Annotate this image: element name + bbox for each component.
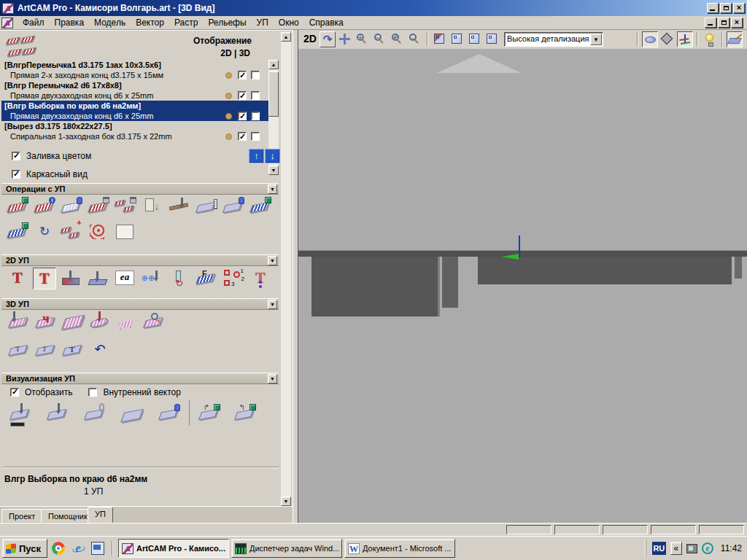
save-toolpath-as-icon[interactable] [6, 222, 29, 244]
drill-holes-icon[interactable]: ⊕⊕ [141, 268, 164, 289]
section-collapse-icon[interactable]: ▼ [268, 256, 277, 265]
machine-region-icon[interactable] [115, 311, 139, 333]
transform-toolpath-icon[interactable]: ↻ [33, 222, 56, 244]
section-collapse-icon[interactable]: ▼ [268, 184, 277, 194]
show-origin-axes-icon[interactable] [677, 31, 693, 47]
menu-vector[interactable]: Вектор [131, 16, 169, 29]
new-simulation-block-icon[interactable] [120, 403, 144, 425]
show-2d-checkbox[interactable] [238, 112, 247, 120]
start-button[interactable]: Пуск [2, 539, 47, 558]
toolpath-row[interactable]: Спиральная 1-заходная бок d3.175 x 22mm [1, 131, 268, 141]
merge-toolpaths-icon[interactable]: + [60, 222, 83, 244]
menu-raster[interactable]: Растр [169, 16, 203, 29]
child-restore-button[interactable] [718, 18, 729, 28]
scroll-up-icon[interactable]: ▲ [268, 60, 279, 69]
lighting-icon[interactable] [702, 31, 718, 47]
minimize-button[interactable] [707, 3, 719, 13]
delete-toolpath-icon[interactable] [222, 196, 245, 218]
isometric-view-icon[interactable] [432, 31, 448, 47]
nest-toolpaths-icon[interactable] [87, 222, 110, 244]
scroll-down-icon[interactable]: ▼ [268, 166, 279, 175]
delete-simulation-icon[interactable] [158, 403, 181, 425]
zoom-out-icon[interactable]: − [372, 31, 388, 47]
artcam-app-icon[interactable] [2, 3, 14, 14]
pan-view-icon[interactable] [337, 31, 353, 47]
move-toolpath-down-button[interactable]: ↓ [265, 149, 280, 163]
internet-explorer-icon[interactable]: e [71, 542, 85, 555]
toolpath-row[interactable]: Прямая 2-х заходная конц d3.175 x 15мм [1, 70, 268, 80]
view-along-y-icon[interactable] [467, 31, 483, 47]
save-toolpath-icon[interactable] [6, 196, 29, 218]
view-along-z-icon[interactable] [484, 31, 500, 47]
vcarve-toolpath-icon[interactable] [60, 268, 83, 289]
rotate-view-icon[interactable]: ↷ [320, 31, 336, 47]
scrollbar-thumb[interactable] [268, 71, 279, 117]
zoom-previous-icon[interactable]: ↶ [390, 31, 406, 47]
3d-rest-machining-icon[interactable] [88, 311, 112, 333]
z-level-roughing-icon[interactable] [61, 311, 85, 333]
show-desktop-icon[interactable] [91, 542, 104, 555]
inlay-toolpath-icon[interactable]: T [249, 268, 272, 289]
calculate-toolpath-icon[interactable] [87, 196, 110, 218]
dropdown-arrow-icon[interactable]: ▼ [590, 34, 602, 45]
undo-icon[interactable]: ↶ [88, 339, 112, 361]
batch-calculate-icon[interactable] [114, 196, 137, 218]
taskbar-item-artcam[interactable]: ArtCAM Pro - Камисо... [118, 539, 229, 558]
tab-assistant[interactable]: Помощник [41, 509, 95, 523]
wireframe-texture-icon[interactable] [659, 31, 676, 47]
fill-color-checkbox[interactable] [12, 152, 20, 160]
show-2d-checkbox[interactable] [238, 71, 247, 79]
simulate-toolpath-icon[interactable] [9, 403, 32, 425]
save-all-toolpaths-icon[interactable] [249, 196, 272, 218]
tab-toolpaths[interactable]: УП [88, 507, 113, 523]
language-indicator[interactable]: RU [652, 542, 666, 555]
child-minimize-button[interactable] [705, 18, 716, 28]
toolpath-row[interactable]: Прямая двухзаходная конц d6 x 25mm [1, 90, 268, 101]
3d-view-canvas[interactable] [298, 49, 747, 523]
show-simulation-checkbox[interactable] [10, 388, 19, 397]
display-settings-tray-icon[interactable] [686, 544, 697, 553]
show-3d-checkbox[interactable] [251, 112, 260, 120]
machining-order-icon[interactable]: 123 [222, 268, 245, 289]
section-collapse-icon[interactable]: ▼ [268, 374, 277, 384]
simulate-fast-icon[interactable] [46, 403, 69, 425]
switch-to-2d-button[interactable]: 2D [302, 31, 318, 47]
rotary-machining-icon[interactable]: ↻ [168, 268, 191, 289]
toolpath-template-icon[interactable] [114, 222, 137, 244]
section-operations[interactable]: Операции с УП ▼ [1, 183, 279, 195]
machine-vectors-on-relief-icon[interactable]: Ч [34, 311, 58, 333]
toolpath-notes-icon[interactable]: ↓ [141, 196, 164, 218]
profile-toolpath-icon[interactable]: T [6, 268, 29, 289]
tray-expand-chevron[interactable]: « [670, 542, 682, 555]
toolpath-group-row-selected[interactable]: [Влгр Выборка по краю d6 на2мм] [1, 101, 268, 111]
chrome-icon[interactable] [52, 542, 65, 555]
toolpath-group-row[interactable]: [Влгр Перемычка2 d6 17x8x8] [1, 80, 268, 90]
show-2d-checkbox[interactable] [238, 91, 247, 100]
show-3d-checkbox[interactable] [251, 71, 260, 79]
toolpath-group-row[interactable]: [ВлгрПеремычка1 d3.175 1зах 10x3.5x6] [1, 60, 268, 70]
section-visualization[interactable]: Визуализация УП ▼ [1, 373, 279, 384]
zoom-in-icon[interactable]: + [355, 31, 371, 47]
document-icon[interactable] [1, 18, 13, 28]
relief-toolpath-icon-3[interactable]: T [61, 339, 85, 361]
color-shade-relief-icon[interactable] [727, 31, 743, 47]
area-clearance-toolpath-icon[interactable]: T [33, 268, 56, 289]
taskbar-item-word[interactable]: W Документ1 - Microsoft ... [344, 539, 455, 558]
toolpath-group-row[interactable]: [Вырез d3.175 180x22x27.5] [1, 121, 268, 131]
panel-scrollbar[interactable]: ▲ ▼ [281, 32, 291, 506]
move-toolpath-up-button[interactable]: ↑ [249, 149, 264, 163]
wireframe-view-checkbox[interactable] [12, 170, 20, 179]
scroll-up-icon[interactable]: ▲ [281, 32, 291, 42]
show-3d-checkbox[interactable] [251, 91, 260, 100]
toolpath-info-icon[interactable]: i [33, 196, 56, 218]
block-size-icon[interactable] [195, 196, 218, 218]
menu-window[interactable]: Окно [274, 16, 304, 29]
menu-help[interactable]: Справка [304, 16, 349, 29]
section-collapse-icon[interactable]: ▼ [268, 300, 277, 309]
panel-splitter[interactable] [293, 30, 298, 523]
relief-toolpath-icon-2[interactable]: T [34, 339, 58, 361]
relief-toolpath-icon-1[interactable]: T [7, 339, 31, 361]
menu-toolpaths[interactable]: УП [252, 16, 274, 29]
show-3d-checkbox[interactable] [251, 132, 260, 141]
machine-relief-icon[interactable] [7, 311, 31, 333]
